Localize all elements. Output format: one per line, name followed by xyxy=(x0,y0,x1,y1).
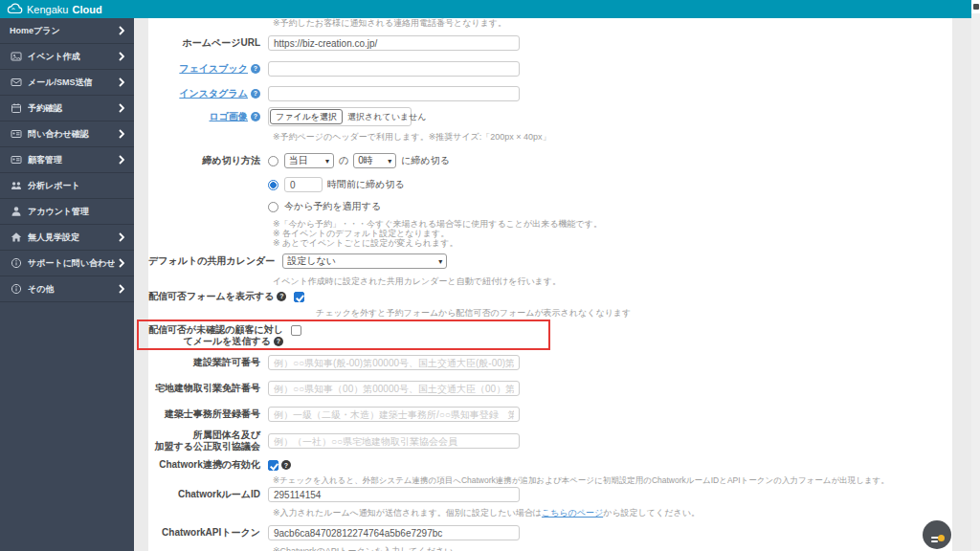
id-card-icon xyxy=(10,128,22,140)
users-icon xyxy=(10,180,22,191)
delivery-form-row: 配信可否フォームを表示する xyxy=(148,291,952,302)
sidebar-item-support[interactable]: サポートに問い合わせ xyxy=(0,251,134,276)
chatwork-enable-row: Chatwork連携の有効化 xyxy=(148,459,952,471)
sidebar-item-unmanned-tour[interactable]: 無人見学設定 xyxy=(0,225,134,251)
calendar-icon xyxy=(10,102,22,114)
calendar-select[interactable]: 設定しない xyxy=(282,253,447,269)
list-lines-icon xyxy=(931,540,938,542)
architect-row: 建築士事務所登録番号 xyxy=(148,407,952,422)
help-icon[interactable] xyxy=(281,460,291,470)
sidebar-item-customers[interactable]: 顧客管理 xyxy=(0,147,134,173)
deadline-option2-radio[interactable] xyxy=(268,180,278,190)
deadline-hour-select[interactable]: 0時 xyxy=(353,153,396,168)
deadline-note-3: ※ あとでイベントごとに設定が変えられます。 xyxy=(273,238,952,248)
brand-logo[interactable]: Kengaku Cloud xyxy=(7,3,102,16)
deadline-hours-input[interactable] xyxy=(284,177,323,192)
chevron-right-icon xyxy=(119,129,124,139)
deadline-option3-radio[interactable] xyxy=(268,202,278,212)
homepage-url-row: ホームページURL xyxy=(148,35,952,51)
sidebar-item-mail-sms[interactable]: メール/SMS送信 xyxy=(0,70,134,96)
calendar-note: イベント作成時に設定された共用カレンダーと自動で紐付けを行います。 xyxy=(273,276,952,286)
sidebar-item-others[interactable]: その他 xyxy=(0,276,134,302)
chatwork-room-note: ※入力されたルームへ通知が送信されます。個別に設定したい場合はこちらのページから… xyxy=(273,508,952,518)
scrollbar-top-button[interactable] xyxy=(971,0,980,13)
chatwork-api-label: ChatworkAPIトークン xyxy=(148,527,260,539)
chevron-right-icon xyxy=(119,155,124,165)
deadline-option2-row: 時間前に締め切る xyxy=(148,177,952,192)
deadline-note-1: ※「今から予約」・・・今すぐ来場される場合等に使用することが出来る機能です。 xyxy=(273,219,952,229)
org-row: 所属団体名及び 加盟する公正取引協議会 xyxy=(148,430,952,452)
chevron-right-icon xyxy=(119,258,124,268)
org-input[interactable] xyxy=(268,433,520,449)
chevron-right-icon xyxy=(119,232,124,242)
brand-suffix: Cloud xyxy=(72,4,101,15)
delivery-form-note: チェックを外すと予約フォームから配信可否のフォームが表示されなくなります xyxy=(316,308,952,318)
architect-label: 建築士事務所登録番号 xyxy=(148,408,260,420)
deadline-label: 締め切り方法 xyxy=(148,155,260,166)
delivery-mail-checkbox[interactable] xyxy=(291,325,301,336)
delivery-mail-row: 配信可否が未確認の顧客に対し てメールを送信する xyxy=(148,324,952,353)
image-icon xyxy=(10,51,22,62)
logo-file-input[interactable]: ファイルを選択 選択されていません xyxy=(268,107,412,126)
takken-input[interactable] xyxy=(268,381,520,396)
home-icon xyxy=(10,231,22,243)
facebook-input[interactable] xyxy=(268,61,520,77)
instagram-input[interactable] xyxy=(268,86,520,101)
logo-row: ロゴ画像 ファイルを選択 選択されていません xyxy=(148,107,952,126)
feedback-fab-button[interactable] xyxy=(923,520,951,549)
phone-note: ※予約したお客様に通知される連絡用電話番号となります。 xyxy=(273,18,952,28)
main-area: ※予約したお客様に通知される連絡用電話番号となります。 ホームページURL フェ… xyxy=(134,18,971,551)
delivery-form-checkbox[interactable] xyxy=(294,292,304,302)
chatwork-enable-note: ※チェックを入れると、外部システム連携の項目へChatwork連携が追加および本… xyxy=(273,475,952,485)
sidebar-item-home-plan[interactable]: Homeプラン xyxy=(0,18,134,44)
help-icon[interactable] xyxy=(251,112,260,121)
deadline-option1-radio[interactable] xyxy=(268,156,278,166)
sidebar-item-analytics[interactable]: 分析レポート xyxy=(0,173,134,199)
file-select-button[interactable]: ファイルを選択 xyxy=(270,109,343,124)
sidebar-item-reservation[interactable]: 予約確認 xyxy=(0,96,134,121)
construction-row: 建設業許可番号 xyxy=(148,355,952,370)
chatwork-room-row: ChatworkルームID xyxy=(148,487,952,502)
architect-input[interactable] xyxy=(268,407,520,422)
chevron-right-icon xyxy=(119,52,124,61)
cloud-logo-icon xyxy=(7,3,23,16)
chatwork-room-input[interactable] xyxy=(268,487,520,502)
screen: Kengaku Cloud Homeプラン イベント作成 メール/SMS送信 予… xyxy=(0,0,980,551)
calendar-row: デフォルトの共用カレンダー 設定しない xyxy=(148,253,952,269)
chatwork-settings-page-link[interactable]: こちらのページ xyxy=(542,508,603,518)
deadline-note-2: ※ 各イベントのデフォルト設定となります。 xyxy=(273,229,952,238)
chatwork-enable-checkbox[interactable] xyxy=(268,460,278,471)
homepage-url-label: ホームページURL xyxy=(148,37,260,49)
deadline-option1-suffix: に締め切る xyxy=(401,154,450,167)
scrollbar[interactable] xyxy=(971,0,980,551)
instagram-link[interactable]: インスタグラム xyxy=(179,88,248,99)
chatwork-api-input[interactable] xyxy=(268,525,520,540)
delivery-form-label: 配信可否フォームを表示する xyxy=(148,291,274,302)
chevron-right-icon xyxy=(119,284,124,294)
help-icon[interactable] xyxy=(251,89,260,99)
deadline-day-select[interactable]: 当日 xyxy=(284,153,334,168)
deadline-option3-row: 今から予約を適用する xyxy=(148,200,952,213)
help-icon[interactable] xyxy=(251,64,260,74)
chevron-down-icon xyxy=(320,157,329,165)
sidebar-item-inquiry[interactable]: 問い合わせ確認 xyxy=(0,121,134,147)
user-icon xyxy=(10,206,22,217)
chatwork-room-label: ChatworkルームID xyxy=(148,489,260,500)
instagram-row: インスタグラム xyxy=(148,86,952,101)
delivery-mail-label: 配信可否が未確認の顧客に対し てメールを送信する xyxy=(148,324,283,347)
facebook-link[interactable]: フェイスブック xyxy=(179,63,248,75)
homepage-url-input[interactable] xyxy=(268,35,520,51)
logo-image-link[interactable]: ロゴ画像 xyxy=(210,111,248,122)
file-status-text: 選択されていません xyxy=(347,111,426,123)
facebook-row: フェイスブック xyxy=(148,61,952,77)
brand-prefix: Kengaku xyxy=(27,4,68,15)
id-card-icon xyxy=(10,154,22,165)
deadline-option3-text: 今から予約を適用する xyxy=(284,200,381,213)
sidebar-item-event-create[interactable]: イベント作成 xyxy=(0,44,134,70)
notification-dot xyxy=(938,535,945,541)
sidebar-item-account[interactable]: アカウント管理 xyxy=(0,199,134,225)
help-icon[interactable] xyxy=(274,337,283,346)
construction-input[interactable] xyxy=(268,355,520,370)
help-icon[interactable] xyxy=(277,292,286,301)
settings-form-panel: ※予約したお客様に通知される連絡用電話番号となります。 ホームページURL フェ… xyxy=(148,16,952,551)
